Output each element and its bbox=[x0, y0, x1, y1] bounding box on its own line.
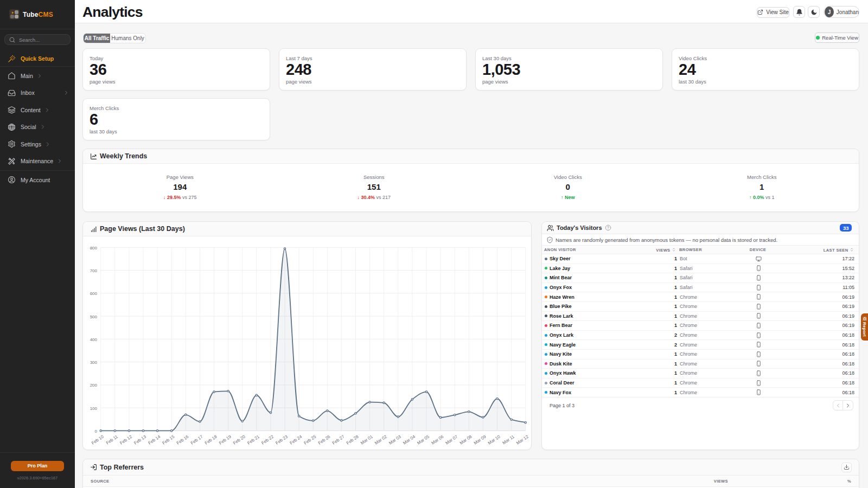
svg-text:Feb 14: Feb 14 bbox=[148, 434, 162, 446]
svg-text:500: 500 bbox=[90, 314, 98, 319]
svg-text:300: 300 bbox=[90, 360, 98, 365]
svg-text:Mar 03: Mar 03 bbox=[388, 434, 402, 446]
svg-text:Feb 22: Feb 22 bbox=[260, 434, 275, 446]
svg-text:Mar 05: Mar 05 bbox=[416, 434, 430, 446]
svg-text:Mar 11: Mar 11 bbox=[502, 434, 516, 445]
svg-text:Feb 13: Feb 13 bbox=[133, 434, 147, 446]
svg-text:Feb 15: Feb 15 bbox=[162, 434, 176, 446]
svg-text:200: 200 bbox=[90, 383, 98, 388]
svg-text:100: 100 bbox=[90, 406, 98, 411]
svg-text:800: 800 bbox=[90, 246, 98, 251]
svg-text:400: 400 bbox=[90, 337, 98, 342]
svg-text:Mar 01: Mar 01 bbox=[360, 434, 374, 446]
svg-text:Feb 16: Feb 16 bbox=[176, 434, 190, 446]
svg-text:Feb 26: Feb 26 bbox=[317, 434, 331, 446]
svg-text:Mar 08: Mar 08 bbox=[459, 434, 473, 446]
svg-text:Mar 04: Mar 04 bbox=[402, 434, 416, 446]
svg-text:Mar 07: Mar 07 bbox=[445, 434, 459, 446]
svg-text:Mar 02: Mar 02 bbox=[374, 434, 388, 446]
svg-text:600: 600 bbox=[90, 291, 98, 296]
svg-text:Feb 23: Feb 23 bbox=[275, 434, 289, 446]
svg-text:Feb 12: Feb 12 bbox=[119, 434, 133, 446]
svg-text:Feb 11: Feb 11 bbox=[105, 434, 119, 445]
svg-text:Mar 06: Mar 06 bbox=[431, 434, 445, 446]
svg-text:Feb 10: Feb 10 bbox=[91, 434, 105, 446]
svg-text:Mar 10: Mar 10 bbox=[487, 434, 501, 446]
svg-text:Feb 20: Feb 20 bbox=[232, 434, 246, 446]
svg-text:Feb 27: Feb 27 bbox=[331, 434, 346, 446]
svg-text:Feb 17: Feb 17 bbox=[190, 434, 204, 446]
svg-text:Feb 19: Feb 19 bbox=[218, 434, 232, 446]
svg-text:Mar 09: Mar 09 bbox=[473, 434, 487, 446]
svg-text:Feb 25: Feb 25 bbox=[303, 434, 317, 446]
svg-text:Feb 28: Feb 28 bbox=[346, 434, 360, 446]
svg-text:0: 0 bbox=[95, 429, 98, 434]
svg-text:Feb 21: Feb 21 bbox=[246, 434, 260, 446]
svg-text:700: 700 bbox=[90, 268, 98, 273]
svg-text:Feb 18: Feb 18 bbox=[204, 434, 218, 446]
svg-text:Mar 12: Mar 12 bbox=[515, 434, 529, 446]
svg-text:Feb 24: Feb 24 bbox=[289, 434, 303, 446]
